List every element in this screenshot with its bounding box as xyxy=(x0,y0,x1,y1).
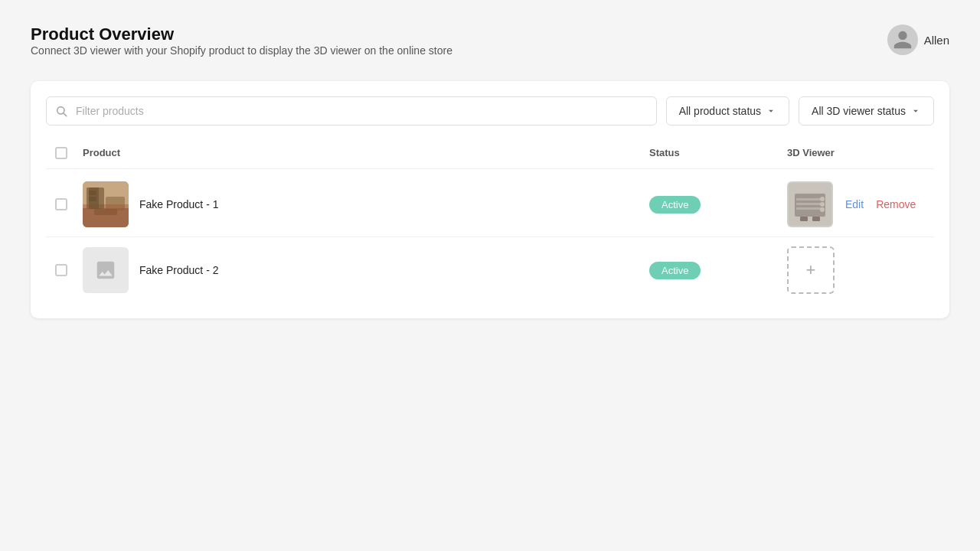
product-1-remove-button[interactable]: Remove xyxy=(876,198,916,210)
svg-rect-11 xyxy=(796,198,824,201)
page-title: Product Overview xyxy=(31,24,452,44)
plus-icon: + xyxy=(806,260,816,280)
svg-line-1 xyxy=(64,113,67,116)
svg-point-16 xyxy=(820,197,825,201)
svg-rect-2 xyxy=(83,181,129,227)
row-2-checkbox[interactable] xyxy=(55,264,67,276)
product-2-name: Fake Product - 2 xyxy=(139,264,219,276)
product-1-cell: Fake Product - 1 xyxy=(77,181,643,227)
table-row: Fake Product - 1 Active xyxy=(46,172,934,237)
product-1-name: Fake Product - 1 xyxy=(139,198,219,210)
product-1-edit-button[interactable]: Edit xyxy=(845,198,864,210)
product-1-status-badge: Active xyxy=(649,196,701,214)
product-1-viewer-cell: Edit Remove xyxy=(781,181,934,227)
page-subtitle: Connect 3D viewer with your Shopify prod… xyxy=(31,44,452,57)
user-menu[interactable]: Allen xyxy=(887,24,949,55)
product-1-viewer-thumbnail xyxy=(787,181,833,227)
product-2-status-badge: Active xyxy=(649,262,701,279)
user-name: Allen xyxy=(924,34,949,47)
svg-rect-8 xyxy=(94,209,117,215)
svg-point-17 xyxy=(820,202,825,207)
product-1-status-cell: Active xyxy=(643,196,781,214)
svg-rect-3 xyxy=(83,208,129,227)
search-input[interactable] xyxy=(46,96,657,126)
svg-rect-7 xyxy=(106,197,125,210)
svg-rect-13 xyxy=(796,207,824,210)
product-2-cell: Fake Product - 2 xyxy=(77,247,643,293)
product-2-viewer-cell: + xyxy=(781,246,934,294)
viewer-column-header: 3D Viewer xyxy=(781,144,934,162)
svg-rect-6 xyxy=(89,197,96,201)
table-header: Product Status 3D Viewer xyxy=(46,138,934,169)
select-all-checkbox[interactable] xyxy=(55,147,67,159)
svg-rect-12 xyxy=(796,203,824,205)
svg-rect-4 xyxy=(87,187,99,209)
product-column-header: Product xyxy=(77,144,643,162)
toolbar: All product status All 3D viewer status xyxy=(46,96,934,126)
svg-rect-14 xyxy=(800,217,808,221)
search-icon xyxy=(55,105,67,117)
avatar xyxy=(887,24,918,55)
product-status-filter[interactable]: All product status xyxy=(666,96,789,126)
product-1-thumbnail xyxy=(83,181,129,227)
row-1-checkbox[interactable] xyxy=(55,198,67,210)
svg-rect-15 xyxy=(812,217,820,221)
svg-point-18 xyxy=(820,207,825,212)
add-viewer-button[interactable]: + xyxy=(787,246,835,294)
svg-rect-5 xyxy=(89,191,96,195)
search-wrapper xyxy=(46,96,657,126)
viewer-status-filter[interactable]: All 3D viewer status xyxy=(799,96,934,126)
products-card: All product status All 3D viewer status … xyxy=(31,81,949,318)
product-2-thumbnail-placeholder xyxy=(83,247,129,293)
status-column-header: Status xyxy=(643,144,781,162)
product-2-status-cell: Active xyxy=(643,262,781,279)
table-row: Fake Product - 2 Active + xyxy=(46,237,934,303)
